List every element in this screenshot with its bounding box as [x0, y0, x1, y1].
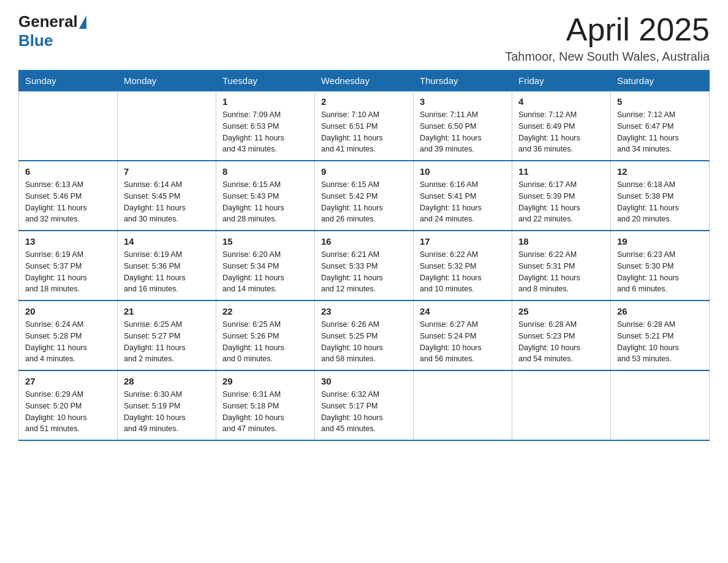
day-number: 6 [25, 166, 111, 177]
calendar-cell: 29Sunrise: 6:31 AM Sunset: 5:18 PM Dayli… [216, 370, 315, 440]
day-number: 16 [321, 236, 407, 247]
day-number: 21 [124, 306, 210, 316]
calendar-cell: 27Sunrise: 6:29 AM Sunset: 5:20 PM Dayli… [19, 370, 118, 440]
day-number: 28 [124, 376, 210, 386]
calendar-cell: 20Sunrise: 6:24 AM Sunset: 5:28 PM Dayli… [19, 301, 118, 370]
day-number: 8 [222, 166, 308, 177]
day-info: Sunrise: 6:28 AM Sunset: 5:23 PM Dayligh… [518, 319, 604, 365]
title-block: April 2025 Tahmoor, New South Wales, Aus… [505, 12, 710, 64]
day-number: 20 [25, 306, 111, 316]
day-info: Sunrise: 6:17 AM Sunset: 5:39 PM Dayligh… [518, 179, 604, 225]
calendar-cell: 18Sunrise: 6:22 AM Sunset: 5:31 PM Dayli… [512, 231, 611, 301]
calendar-cell: 16Sunrise: 6:21 AM Sunset: 5:33 PM Dayli… [315, 231, 414, 301]
calendar-cell: 26Sunrise: 6:28 AM Sunset: 5:21 PM Dayli… [611, 301, 710, 370]
calendar-cell [118, 91, 216, 161]
calendar-cell [611, 370, 710, 440]
calendar-cell: 3Sunrise: 7:11 AM Sunset: 6:50 PM Daylig… [414, 91, 512, 161]
day-info: Sunrise: 6:14 AM Sunset: 5:45 PM Dayligh… [124, 179, 210, 225]
calendar-cell [414, 370, 512, 440]
calendar-cell: 14Sunrise: 6:19 AM Sunset: 5:36 PM Dayli… [118, 231, 216, 301]
calendar-cell: 12Sunrise: 6:18 AM Sunset: 5:38 PM Dayli… [611, 161, 710, 231]
weekday-header-row: SundayMondayTuesdayWednesdayThursdayFrid… [19, 71, 710, 91]
calendar-cell: 19Sunrise: 6:23 AM Sunset: 5:30 PM Dayli… [611, 231, 710, 301]
day-info: Sunrise: 6:22 AM Sunset: 5:32 PM Dayligh… [420, 249, 506, 295]
day-info: Sunrise: 6:15 AM Sunset: 5:43 PM Dayligh… [222, 179, 308, 225]
day-info: Sunrise: 6:25 AM Sunset: 5:26 PM Dayligh… [222, 319, 308, 365]
day-info: Sunrise: 6:26 AM Sunset: 5:25 PM Dayligh… [321, 319, 407, 365]
calendar-cell: 22Sunrise: 6:25 AM Sunset: 5:26 PM Dayli… [216, 301, 315, 370]
day-info: Sunrise: 6:18 AM Sunset: 5:38 PM Dayligh… [617, 179, 703, 225]
day-number: 5 [617, 96, 703, 107]
day-number: 4 [518, 96, 604, 107]
day-number: 25 [518, 306, 604, 316]
weekday-header-thursday: Thursday [414, 71, 512, 91]
calendar-cell: 24Sunrise: 6:27 AM Sunset: 5:24 PM Dayli… [414, 301, 512, 370]
day-number: 26 [617, 306, 703, 316]
day-number: 19 [617, 236, 703, 247]
calendar-cell: 10Sunrise: 6:16 AM Sunset: 5:41 PM Dayli… [414, 161, 512, 231]
weekday-header-friday: Friday [512, 71, 611, 91]
day-number: 22 [222, 306, 308, 316]
day-info: Sunrise: 6:32 AM Sunset: 5:17 PM Dayligh… [321, 389, 407, 435]
calendar-cell: 23Sunrise: 6:26 AM Sunset: 5:25 PM Dayli… [315, 301, 414, 370]
day-info: Sunrise: 6:15 AM Sunset: 5:42 PM Dayligh… [321, 179, 407, 225]
calendar-cell: 28Sunrise: 6:30 AM Sunset: 5:19 PM Dayli… [118, 370, 216, 440]
calendar-title: April 2025 [505, 12, 710, 47]
calendar-cell: 30Sunrise: 6:32 AM Sunset: 5:17 PM Dayli… [315, 370, 414, 440]
day-number: 11 [518, 166, 604, 177]
calendar-cell: 5Sunrise: 7:12 AM Sunset: 6:47 PM Daylig… [611, 91, 710, 161]
calendar-week-row: 6Sunrise: 6:13 AM Sunset: 5:46 PM Daylig… [19, 161, 710, 231]
day-number: 30 [321, 376, 407, 386]
calendar-cell: 21Sunrise: 6:25 AM Sunset: 5:27 PM Dayli… [118, 301, 216, 370]
calendar-cell: 9Sunrise: 6:15 AM Sunset: 5:42 PM Daylig… [315, 161, 414, 231]
day-number: 9 [321, 166, 407, 177]
day-number: 7 [124, 166, 210, 177]
day-info: Sunrise: 7:11 AM Sunset: 6:50 PM Dayligh… [420, 109, 506, 155]
calendar-cell: 8Sunrise: 6:15 AM Sunset: 5:43 PM Daylig… [216, 161, 315, 231]
calendar-week-row: 13Sunrise: 6:19 AM Sunset: 5:37 PM Dayli… [19, 231, 710, 301]
day-number: 27 [25, 376, 111, 386]
day-info: Sunrise: 6:23 AM Sunset: 5:30 PM Dayligh… [617, 249, 703, 295]
day-info: Sunrise: 6:19 AM Sunset: 5:37 PM Dayligh… [25, 249, 111, 295]
calendar-cell: 15Sunrise: 6:20 AM Sunset: 5:34 PM Dayli… [216, 231, 315, 301]
day-number: 3 [420, 96, 506, 107]
day-info: Sunrise: 6:13 AM Sunset: 5:46 PM Dayligh… [25, 179, 111, 225]
day-number: 29 [222, 376, 308, 386]
day-info: Sunrise: 6:21 AM Sunset: 5:33 PM Dayligh… [321, 249, 407, 295]
calendar-cell: 13Sunrise: 6:19 AM Sunset: 5:37 PM Dayli… [19, 231, 118, 301]
day-info: Sunrise: 7:12 AM Sunset: 6:47 PM Dayligh… [617, 109, 703, 155]
day-info: Sunrise: 6:16 AM Sunset: 5:41 PM Dayligh… [420, 179, 506, 225]
logo-triangle-icon [79, 15, 86, 29]
day-info: Sunrise: 6:25 AM Sunset: 5:27 PM Dayligh… [124, 319, 210, 365]
day-number: 1 [222, 96, 308, 107]
day-info: Sunrise: 6:22 AM Sunset: 5:31 PM Dayligh… [518, 249, 604, 295]
calendar-week-row: 1Sunrise: 7:09 AM Sunset: 6:53 PM Daylig… [19, 91, 710, 161]
day-number: 14 [124, 236, 210, 247]
day-number: 24 [420, 306, 506, 316]
day-number: 10 [420, 166, 506, 177]
day-info: Sunrise: 7:12 AM Sunset: 6:49 PM Dayligh… [518, 109, 604, 155]
calendar-week-row: 20Sunrise: 6:24 AM Sunset: 5:28 PM Dayli… [19, 301, 710, 370]
calendar-cell: 25Sunrise: 6:28 AM Sunset: 5:23 PM Dayli… [512, 301, 611, 370]
day-info: Sunrise: 6:27 AM Sunset: 5:24 PM Dayligh… [420, 319, 506, 365]
weekday-header-tuesday: Tuesday [216, 71, 315, 91]
calendar-cell: 11Sunrise: 6:17 AM Sunset: 5:39 PM Dayli… [512, 161, 611, 231]
day-info: Sunrise: 6:24 AM Sunset: 5:28 PM Dayligh… [25, 319, 111, 365]
calendar-week-row: 27Sunrise: 6:29 AM Sunset: 5:20 PM Dayli… [19, 370, 710, 440]
logo: General Blue [18, 12, 88, 50]
day-info: Sunrise: 7:09 AM Sunset: 6:53 PM Dayligh… [222, 109, 308, 155]
weekday-header-sunday: Sunday [19, 71, 118, 91]
weekday-header-monday: Monday [118, 71, 216, 91]
calendar-cell [19, 91, 118, 161]
day-info: Sunrise: 6:30 AM Sunset: 5:19 PM Dayligh… [124, 389, 210, 435]
calendar-cell: 6Sunrise: 6:13 AM Sunset: 5:46 PM Daylig… [19, 161, 118, 231]
calendar-cell: 17Sunrise: 6:22 AM Sunset: 5:32 PM Dayli… [414, 231, 512, 301]
day-info: Sunrise: 6:28 AM Sunset: 5:21 PM Dayligh… [617, 319, 703, 365]
day-number: 13 [25, 236, 111, 247]
day-info: Sunrise: 6:31 AM Sunset: 5:18 PM Dayligh… [222, 389, 308, 435]
day-info: Sunrise: 6:29 AM Sunset: 5:20 PM Dayligh… [25, 389, 111, 435]
day-number: 15 [222, 236, 308, 247]
day-info: Sunrise: 6:20 AM Sunset: 5:34 PM Dayligh… [222, 249, 308, 295]
calendar-cell: 7Sunrise: 6:14 AM Sunset: 5:45 PM Daylig… [118, 161, 216, 231]
logo-blue-text: Blue [18, 31, 53, 50]
